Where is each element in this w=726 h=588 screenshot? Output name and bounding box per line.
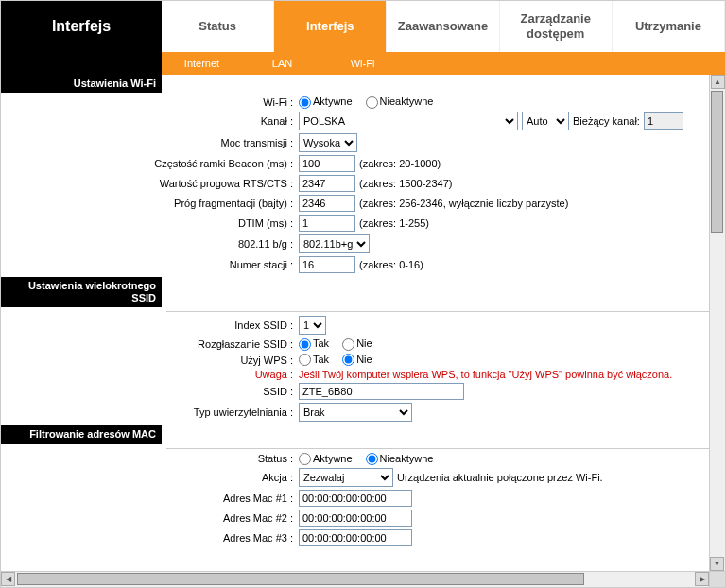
input-rts[interactable] <box>299 175 355 192</box>
scroll-up-arrow-icon[interactable]: ▲ <box>711 75 725 89</box>
tab-zaawansowane[interactable]: Zaawansowane <box>387 1 499 52</box>
tab-status[interactable]: Status <box>162 1 274 52</box>
radio-status-active-label: Aktywne <box>313 453 353 464</box>
tab-interfejs[interactable]: Interfejs <box>274 1 387 52</box>
content-wrap: Ustawienia Wi-Fi Wi-Fi : Aktywne Nieakty… <box>1 75 725 587</box>
label-wifi: Wi-Fi : <box>1 96 299 108</box>
hint-beacon: (zakres: 20-1000) <box>359 158 441 169</box>
input-stations[interactable] <box>299 256 355 273</box>
label-frag: Próg fragmentacji (bajty) : <box>1 198 299 209</box>
label-mac1: Adres Mac #1 : <box>1 493 299 504</box>
input-frag[interactable] <box>299 195 355 212</box>
input-dtim[interactable] <box>299 215 355 232</box>
divider <box>166 448 709 449</box>
scroll-left-arrow-icon[interactable]: ◀ <box>1 572 15 586</box>
content: Ustawienia Wi-Fi Wi-Fi : Aktywne Nieakty… <box>1 75 709 571</box>
radio-wifi-inactive-label: Nieaktywne <box>380 95 434 107</box>
page: Interfejs Status Interfejs Zaawansowane … <box>0 0 726 588</box>
scroll-corner <box>709 572 725 587</box>
subtab-lan[interactable]: LAN <box>242 54 322 73</box>
radio-broadcast-yes-label: Tak <box>313 337 329 349</box>
select-mode[interactable]: 802.11b+g <box>299 234 370 253</box>
scroll-thumb-h[interactable] <box>17 573 584 585</box>
label-mac3: Adres Mac #3 : <box>1 532 299 544</box>
radio-wps-no[interactable]: Nie <box>342 354 372 367</box>
radio-broadcast-no[interactable]: Nie <box>342 337 372 351</box>
select-auth[interactable]: Brak <box>299 403 412 422</box>
tab-utrzymanie[interactable]: Utrzymanie <box>613 1 725 52</box>
section-header-ssid: Ustawienia wielokrotnego SSID <box>1 277 162 307</box>
radio-broadcast-no-label: Nie <box>356 337 372 349</box>
vertical-scrollbar[interactable]: ▲ ▼ <box>709 75 725 571</box>
radio-broadcast-yes[interactable]: Tak <box>299 337 329 351</box>
select-country[interactable]: POLSKA <box>299 112 518 130</box>
radio-wifi-inactive[interactable]: Nieaktywne <box>366 95 434 109</box>
hint-rts: (zakres: 1500-2347) <box>359 178 452 189</box>
hint-action: Urządzenia aktualnie połączone przez Wi-… <box>397 472 603 483</box>
select-channel-auto[interactable]: Auto <box>522 112 569 130</box>
scroll-right-arrow-icon[interactable]: ▶ <box>695 572 709 586</box>
hint-stations: (zakres: 0-16) <box>359 259 424 270</box>
label-usewps: Użyj WPS : <box>1 355 299 366</box>
subtab-internet[interactable]: Internet <box>162 54 242 73</box>
label-ssid-index: Index SSID : <box>1 320 299 331</box>
label-mac2: Adres Mac #2 : <box>1 512 299 524</box>
brand-cell: Interfejs <box>1 1 162 52</box>
radio-wifi-active[interactable]: Aktywne <box>299 95 353 109</box>
sub-spacer <box>1 52 162 75</box>
label-stations: Numer stacji : <box>1 259 299 270</box>
radio-wps-yes-label: Tak <box>313 354 329 365</box>
sub-tabs-row: Internet LAN Wi-Fi <box>1 52 725 75</box>
label-mode: 802.11 b/g : <box>1 238 299 250</box>
label-broadcast: Rozgłaszanie SSID : <box>1 338 299 350</box>
label-beacon: Częstość ramki Beacon (ms) : <box>1 158 299 169</box>
select-action[interactable]: Zezwalaj <box>299 468 393 487</box>
tab-zarzadzanie[interactable]: Zarządzanie dostępem <box>500 1 613 52</box>
radio-status-active[interactable]: Aktywne <box>299 453 353 466</box>
input-mac2[interactable] <box>299 510 412 527</box>
label-txpower: Moc transmisji : <box>1 137 299 148</box>
section-header-wifi: Ustawienia Wi-Fi <box>1 75 162 93</box>
subtab-wifi[interactable]: Wi-Fi <box>322 54 403 73</box>
label-ssid: SSID : <box>1 386 299 397</box>
input-ssid[interactable] <box>299 383 464 400</box>
input-beacon[interactable] <box>299 155 355 172</box>
radio-wps-yes[interactable]: Tak <box>299 354 329 367</box>
main-tabs-row: Interfejs Status Interfejs Zaawansowane … <box>1 1 725 52</box>
radio-status-inactive[interactable]: Nieaktywne <box>366 453 434 466</box>
select-ssid-index[interactable]: 1 <box>299 316 326 335</box>
label-channel: Kanał : <box>1 115 299 127</box>
label-current-channel: Bieżący kanał: <box>573 115 640 127</box>
horizontal-scrollbar[interactable]: ◀ ▶ <box>1 571 725 587</box>
label-rts: Wartość progowa RTS/CTS : <box>1 178 299 189</box>
input-current-channel <box>644 112 683 130</box>
label-action: Akcja : <box>1 472 299 483</box>
label-dtim: DTIM (ms) : <box>1 217 299 229</box>
radio-status-inactive-label: Nieaktywne <box>380 453 434 464</box>
hint-dtim: (zakres: 1-255) <box>359 217 429 229</box>
section-header-mac: Filtrowanie adresów MAC <box>1 425 162 443</box>
radio-wifi-active-label: Aktywne <box>313 95 353 107</box>
label-status: Status : <box>1 453 299 464</box>
warning-text: Jeśli Twój komputer wspiera WPS, to funk… <box>299 369 709 380</box>
hint-frag: (zakres: 256-2346, wyłącznie liczby parz… <box>359 198 568 209</box>
scroll-thumb[interactable] <box>711 91 723 233</box>
label-warning: Uwaga : <box>1 369 299 380</box>
label-auth: Typ uwierzytelniania : <box>1 406 299 418</box>
sub-tabs: Internet LAN Wi-Fi <box>162 52 725 75</box>
scroll-down-arrow-icon[interactable]: ▼ <box>710 557 724 571</box>
input-mac3[interactable] <box>299 529 412 546</box>
select-txpower[interactable]: Wysoka <box>299 133 357 152</box>
input-mac1[interactable] <box>299 490 412 507</box>
divider <box>166 311 709 312</box>
radio-wps-no-label: Nie <box>356 354 372 365</box>
main-tabs: Status Interfejs Zaawansowane Zarządzani… <box>162 1 725 52</box>
